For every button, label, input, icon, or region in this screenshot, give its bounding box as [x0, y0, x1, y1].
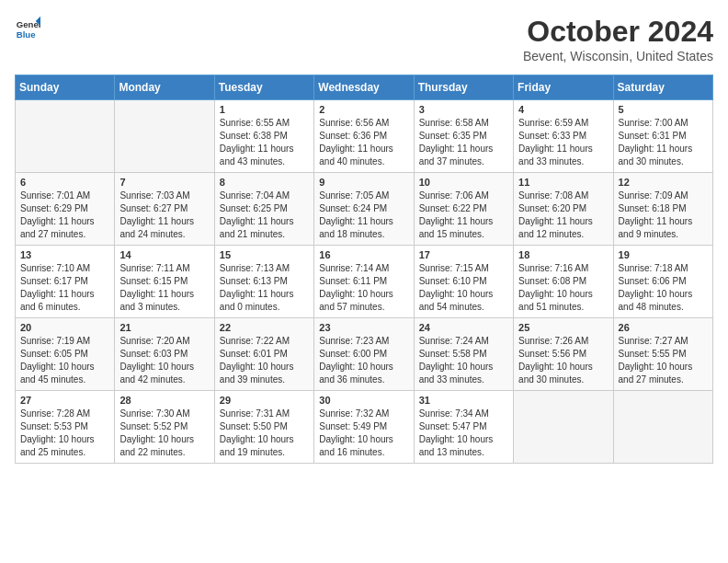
day-number: 7 — [119, 177, 209, 188]
day-info: Sunrise: 6:55 AM Sunset: 6:38 PM Dayligh… — [220, 117, 309, 168]
day-info: Sunrise: 7:18 AM Sunset: 6:06 PM Dayligh… — [619, 262, 708, 314]
day-number: 23 — [319, 322, 408, 333]
logo-icon: General Blue — [15, 15, 40, 40]
calendar-day-cell: 12Sunrise: 7:09 AM Sunset: 6:18 PM Dayli… — [613, 173, 712, 246]
day-info: Sunrise: 7:01 AM Sunset: 6:29 PM Dayligh… — [20, 190, 109, 241]
calendar-day-cell: 31Sunrise: 7:34 AM Sunset: 5:47 PM Dayli… — [414, 391, 513, 464]
calendar-day-cell: 22Sunrise: 7:22 AM Sunset: 6:01 PM Dayli… — [214, 318, 313, 391]
calendar-day-cell: 10Sunrise: 7:06 AM Sunset: 6:22 PM Dayli… — [414, 173, 513, 246]
calendar-day-cell — [16, 100, 115, 173]
calendar-day-cell: 1Sunrise: 6:55 AM Sunset: 6:38 PM Daylig… — [214, 100, 313, 173]
header-sunday: Sunday — [16, 75, 115, 100]
day-info: Sunrise: 7:04 AM Sunset: 6:25 PM Dayligh… — [220, 190, 309, 241]
day-info: Sunrise: 7:32 AM Sunset: 5:49 PM Dayligh… — [319, 408, 408, 459]
calendar-day-cell: 29Sunrise: 7:31 AM Sunset: 5:50 PM Dayli… — [214, 391, 313, 464]
calendar-day-cell — [115, 100, 214, 173]
calendar-day-cell: 4Sunrise: 6:59 AM Sunset: 6:33 PM Daylig… — [514, 100, 613, 173]
day-number: 2 — [319, 104, 408, 115]
day-number: 5 — [619, 104, 708, 115]
day-number: 25 — [518, 322, 608, 333]
day-info: Sunrise: 6:58 AM Sunset: 6:35 PM Dayligh… — [419, 117, 508, 168]
day-number: 1 — [220, 104, 309, 115]
page-header: General Blue October 2024 Bevent, Wiscon… — [15, 15, 713, 63]
subtitle: Bevent, Wisconsin, United States — [523, 49, 713, 63]
day-number: 29 — [220, 395, 309, 406]
day-number: 31 — [419, 395, 508, 406]
title-block: October 2024 Bevent, Wisconsin, United S… — [523, 15, 713, 63]
calendar-day-cell: 14Sunrise: 7:11 AM Sunset: 6:15 PM Dayli… — [115, 246, 214, 318]
calendar-day-cell: 25Sunrise: 7:26 AM Sunset: 5:56 PM Dayli… — [514, 318, 613, 391]
day-number: 8 — [220, 177, 309, 188]
day-number: 4 — [518, 104, 608, 115]
day-number: 13 — [20, 249, 109, 260]
day-info: Sunrise: 7:08 AM Sunset: 6:20 PM Dayligh… — [518, 190, 608, 241]
calendar-day-cell: 18Sunrise: 7:16 AM Sunset: 6:08 PM Dayli… — [514, 246, 613, 318]
calendar-day-cell: 5Sunrise: 7:00 AM Sunset: 6:31 PM Daylig… — [613, 100, 712, 173]
svg-text:Blue: Blue — [17, 29, 36, 40]
day-info: Sunrise: 7:11 AM Sunset: 6:15 PM Dayligh… — [119, 262, 209, 314]
day-number: 26 — [619, 322, 708, 333]
header-tuesday: Tuesday — [214, 75, 313, 100]
calendar-day-cell: 8Sunrise: 7:04 AM Sunset: 6:25 PM Daylig… — [214, 173, 313, 246]
day-info: Sunrise: 6:56 AM Sunset: 6:36 PM Dayligh… — [319, 117, 408, 168]
calendar-day-cell: 11Sunrise: 7:08 AM Sunset: 6:20 PM Dayli… — [514, 173, 613, 246]
day-number: 19 — [619, 249, 708, 260]
day-number: 18 — [518, 249, 608, 260]
day-info: Sunrise: 7:06 AM Sunset: 6:22 PM Dayligh… — [419, 190, 508, 241]
header-saturday: Saturday — [613, 75, 712, 100]
calendar-day-cell: 28Sunrise: 7:30 AM Sunset: 5:52 PM Dayli… — [115, 391, 214, 464]
logo: General Blue — [15, 15, 40, 40]
calendar-day-cell — [514, 391, 613, 464]
day-info: Sunrise: 7:09 AM Sunset: 6:18 PM Dayligh… — [619, 190, 708, 241]
calendar-week-row: 13Sunrise: 7:10 AM Sunset: 6:17 PM Dayli… — [16, 246, 713, 318]
day-info: Sunrise: 6:59 AM Sunset: 6:33 PM Dayligh… — [518, 117, 608, 168]
day-info: Sunrise: 7:20 AM Sunset: 6:03 PM Dayligh… — [119, 335, 209, 386]
calendar-week-row: 20Sunrise: 7:19 AM Sunset: 6:05 PM Dayli… — [16, 318, 713, 391]
day-info: Sunrise: 7:24 AM Sunset: 5:58 PM Dayligh… — [419, 335, 508, 386]
day-info: Sunrise: 7:28 AM Sunset: 5:53 PM Dayligh… — [20, 408, 109, 459]
main-title: October 2024 — [523, 15, 713, 49]
day-number: 17 — [419, 249, 508, 260]
calendar-day-cell: 30Sunrise: 7:32 AM Sunset: 5:49 PM Dayli… — [314, 391, 414, 464]
calendar-day-cell: 20Sunrise: 7:19 AM Sunset: 6:05 PM Dayli… — [16, 318, 115, 391]
day-info: Sunrise: 7:19 AM Sunset: 6:05 PM Dayligh… — [20, 335, 109, 386]
calendar-day-cell: 16Sunrise: 7:14 AM Sunset: 6:11 PM Dayli… — [314, 246, 414, 318]
day-info: Sunrise: 7:15 AM Sunset: 6:10 PM Dayligh… — [419, 262, 508, 314]
day-info: Sunrise: 7:03 AM Sunset: 6:27 PM Dayligh… — [119, 190, 209, 241]
day-number: 12 — [619, 177, 708, 188]
day-info: Sunrise: 7:14 AM Sunset: 6:11 PM Dayligh… — [319, 262, 408, 314]
calendar-day-cell: 26Sunrise: 7:27 AM Sunset: 5:55 PM Dayli… — [613, 318, 712, 391]
day-number: 27 — [20, 395, 109, 406]
day-number: 6 — [20, 177, 109, 188]
day-number: 20 — [20, 322, 109, 333]
day-info: Sunrise: 7:23 AM Sunset: 6:00 PM Dayligh… — [319, 335, 408, 386]
day-number: 16 — [319, 249, 408, 260]
day-number: 3 — [419, 104, 508, 115]
calendar-day-cell: 23Sunrise: 7:23 AM Sunset: 6:00 PM Dayli… — [314, 318, 414, 391]
day-number: 11 — [518, 177, 608, 188]
calendar-day-cell: 27Sunrise: 7:28 AM Sunset: 5:53 PM Dayli… — [16, 391, 115, 464]
calendar-day-cell — [613, 391, 712, 464]
day-number: 10 — [419, 177, 508, 188]
day-info: Sunrise: 7:13 AM Sunset: 6:13 PM Dayligh… — [220, 262, 309, 314]
day-info: Sunrise: 7:31 AM Sunset: 5:50 PM Dayligh… — [220, 408, 309, 459]
calendar-day-cell: 7Sunrise: 7:03 AM Sunset: 6:27 PM Daylig… — [115, 173, 214, 246]
day-number: 14 — [119, 249, 209, 260]
day-info: Sunrise: 7:26 AM Sunset: 5:56 PM Dayligh… — [518, 335, 608, 386]
day-info: Sunrise: 7:05 AM Sunset: 6:24 PM Dayligh… — [319, 190, 408, 241]
calendar-week-row: 1Sunrise: 6:55 AM Sunset: 6:38 PM Daylig… — [16, 100, 713, 173]
day-number: 15 — [220, 249, 309, 260]
calendar-day-cell: 13Sunrise: 7:10 AM Sunset: 6:17 PM Dayli… — [16, 246, 115, 318]
calendar-day-cell: 9Sunrise: 7:05 AM Sunset: 6:24 PM Daylig… — [314, 173, 414, 246]
header-friday: Friday — [514, 75, 613, 100]
calendar-day-cell: 21Sunrise: 7:20 AM Sunset: 6:03 PM Dayli… — [115, 318, 214, 391]
weekday-header-row: Sunday Monday Tuesday Wednesday Thursday… — [16, 75, 713, 100]
day-number: 22 — [220, 322, 309, 333]
day-info: Sunrise: 7:00 AM Sunset: 6:31 PM Dayligh… — [619, 117, 708, 168]
calendar-week-row: 6Sunrise: 7:01 AM Sunset: 6:29 PM Daylig… — [16, 173, 713, 246]
day-number: 21 — [119, 322, 209, 333]
day-info: Sunrise: 7:10 AM Sunset: 6:17 PM Dayligh… — [20, 262, 109, 314]
calendar-day-cell: 15Sunrise: 7:13 AM Sunset: 6:13 PM Dayli… — [214, 246, 313, 318]
calendar-week-row: 27Sunrise: 7:28 AM Sunset: 5:53 PM Dayli… — [16, 391, 713, 464]
calendar-day-cell: 2Sunrise: 6:56 AM Sunset: 6:36 PM Daylig… — [314, 100, 414, 173]
